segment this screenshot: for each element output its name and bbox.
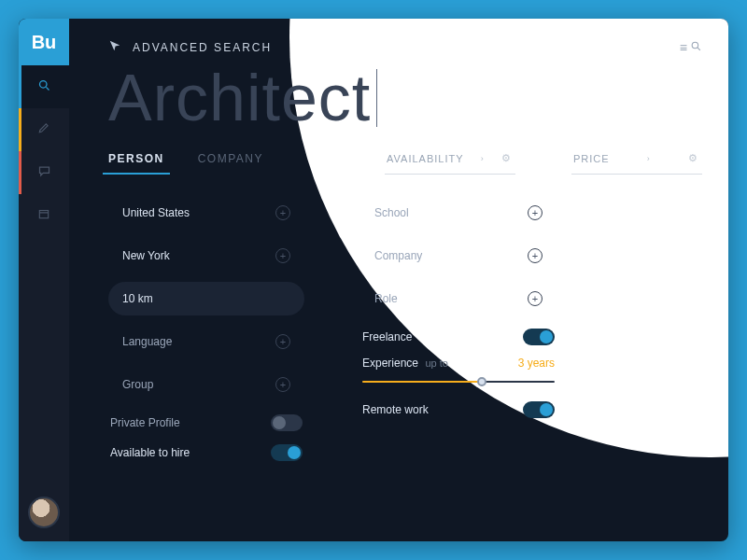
experience-slider[interactable]: [362, 375, 555, 388]
group-field[interactable]: Group +: [108, 368, 304, 401]
remote-work-row: Remote work: [360, 398, 557, 418]
plus-icon: +: [528, 248, 543, 263]
svg-point-4: [692, 42, 698, 49]
sidebar: Bu: [19, 19, 69, 541]
svg-line-5: [698, 48, 700, 50]
sidebar-item-chat[interactable]: [19, 151, 69, 194]
school-field[interactable]: School +: [360, 196, 557, 230]
country-field[interactable]: United States +: [108, 196, 304, 230]
remote-work-toggle[interactable]: [523, 401, 555, 418]
filter-search-button[interactable]: ≡: [680, 40, 702, 55]
main-panel: ADVANCED SEARCH ≡ Architect PERSON COMPA…: [69, 19, 728, 541]
gear-icon: ⚙: [501, 152, 512, 164]
plus-icon: +: [275, 377, 290, 392]
search-input-value: Architect: [108, 61, 371, 135]
experience-row: Experience up to 3 years: [360, 355, 557, 388]
company-field[interactable]: Company +: [360, 239, 557, 273]
filters-column-right: School + Company + Role + Freelance Expe…: [360, 196, 557, 461]
plus-icon: +: [528, 291, 543, 306]
chevron-right-icon: ›: [481, 154, 485, 163]
language-field[interactable]: Language +: [108, 325, 304, 358]
private-profile-row: Private Profile: [108, 411, 304, 431]
page-title: ADVANCED SEARCH: [133, 41, 272, 54]
gear-icon: ⚙: [688, 152, 698, 164]
chat-icon: [37, 164, 51, 182]
svg-rect-2: [39, 211, 48, 218]
search-input[interactable]: Architect: [108, 61, 702, 135]
chevron-right-icon: ›: [647, 154, 651, 163]
filter-lines-icon: ≡: [680, 40, 686, 55]
svg-point-0: [39, 80, 47, 88]
available-to-hire-toggle[interactable]: [271, 444, 303, 461]
plus-icon: +: [275, 334, 290, 349]
search-icon: [37, 78, 51, 96]
sidebar-item-search[interactable]: [19, 65, 69, 108]
city-field[interactable]: New York +: [108, 239, 304, 273]
user-avatar[interactable]: [28, 497, 60, 528]
filters-column-left: United States + New York + 10 km Languag…: [108, 196, 304, 461]
app-logo[interactable]: Bu: [19, 19, 69, 65]
available-to-hire-row: Available to hire: [108, 441, 304, 461]
chip-price[interactable]: PRICE › ⚙: [571, 152, 702, 175]
sidebar-item-edit[interactable]: [19, 108, 69, 151]
sidebar-item-calendar[interactable]: [19, 194, 69, 237]
plus-icon: +: [275, 205, 290, 220]
private-profile-toggle[interactable]: [271, 414, 303, 431]
tab-company[interactable]: COMPANY: [198, 152, 263, 175]
plus-icon: +: [528, 205, 543, 220]
plus-icon: +: [275, 248, 290, 263]
freelance-toggle[interactable]: [523, 329, 555, 345]
svg-line-1: [46, 87, 49, 90]
cursor-icon: [108, 39, 121, 55]
magnifier-icon: [690, 40, 702, 55]
app-window: Bu: [19, 19, 728, 541]
calendar-icon: [37, 207, 50, 224]
radius-field[interactable]: 10 km: [108, 282, 304, 315]
role-field[interactable]: Role +: [360, 282, 557, 315]
text-caret: [376, 69, 377, 127]
freelance-row: Freelance: [360, 325, 557, 345]
tab-person[interactable]: PERSON: [108, 152, 164, 175]
pencil-icon: [37, 121, 50, 138]
experience-value: 3 years: [518, 357, 555, 370]
chip-availability[interactable]: AVAILABILITY › ⚙: [385, 152, 515, 175]
